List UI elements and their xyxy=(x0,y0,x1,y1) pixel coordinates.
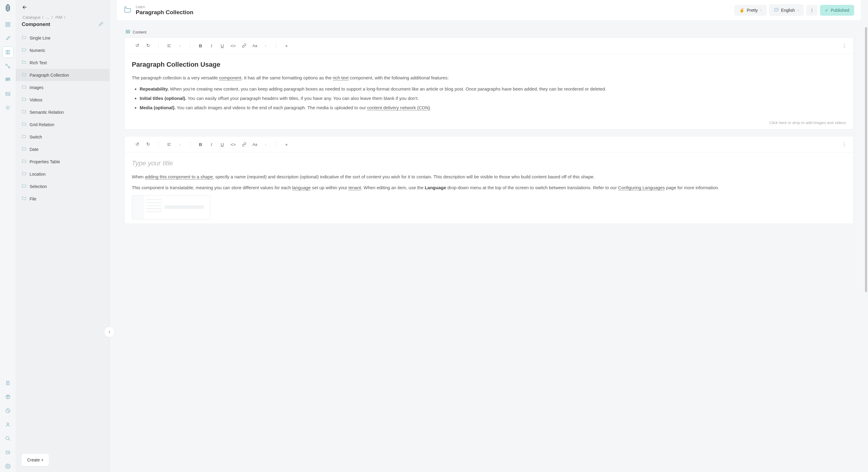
sidebar-item-label: Videos xyxy=(30,97,42,102)
sidebar-item[interactable]: Grid Relation xyxy=(16,118,110,131)
bold-icon[interactable]: B xyxy=(196,41,206,50)
rich-text-body[interactable]: Type your title When adding this compone… xyxy=(125,152,853,224)
align-icon[interactable] xyxy=(164,140,174,149)
sidebar-item[interactable]: Semantic Relation xyxy=(16,106,110,118)
folder-icon xyxy=(22,72,27,78)
language-dropdown[interactable]: English ↓ xyxy=(769,4,804,16)
align-icon[interactable] xyxy=(164,41,174,50)
underline-icon[interactable]: U xyxy=(217,140,227,149)
rich-text-body[interactable]: Paragraph Collection Usage The paragraph… xyxy=(125,54,853,119)
scrollbar-thumb[interactable] xyxy=(865,27,867,292)
attached-image-thumbnail[interactable] xyxy=(132,195,210,219)
svg-rect-8 xyxy=(9,78,10,79)
text-style-dropdown-icon[interactable]: ↓ xyxy=(261,41,271,50)
link-rich-text[interactable]: rich text xyxy=(333,75,349,81)
align-dropdown-icon[interactable]: ↓ xyxy=(175,41,185,50)
media-drop-zone[interactable]: Click here or drop to add images and vid… xyxy=(125,119,853,129)
svg-rect-7 xyxy=(7,78,9,79)
sidebar-item[interactable]: File xyxy=(16,193,110,205)
sidebar-item[interactable]: Numeric xyxy=(16,44,110,56)
svg-rect-1 xyxy=(8,22,10,24)
section-label: Content xyxy=(117,27,861,37)
edit-icon[interactable] xyxy=(99,22,103,27)
bold-icon[interactable]: B xyxy=(196,140,206,149)
sidebar-item[interactable]: Selection xyxy=(16,180,110,193)
scrollbar[interactable] xyxy=(865,27,867,469)
collapse-sidebar-icon[interactable] xyxy=(104,327,115,337)
rail-grid-icon[interactable] xyxy=(2,74,13,86)
icon-rail xyxy=(0,0,16,472)
breadcrumb[interactable]: Catalogue/ .../ PIM/ xyxy=(22,15,103,20)
published-status-button[interactable]: ✓ Published xyxy=(820,5,855,16)
italic-icon[interactable]: I xyxy=(207,41,216,50)
link-icon[interactable] xyxy=(239,41,249,50)
add-icon[interactable]: + xyxy=(282,140,291,149)
rail-search-icon[interactable] xyxy=(2,433,13,444)
sidebar-item[interactable]: Rich Text xyxy=(16,56,110,69)
svg-rect-0 xyxy=(6,22,7,24)
redo-icon[interactable]: ↻ xyxy=(143,140,153,149)
folder-icon xyxy=(22,196,27,202)
link-adding-component[interactable]: adding this component to a shape xyxy=(145,174,213,180)
folder-icon xyxy=(22,171,27,177)
sidebar-item-label: Properties Table xyxy=(30,159,60,164)
paragraph-title-placeholder[interactable]: Type your title xyxy=(132,158,846,169)
rail-language-icon[interactable] xyxy=(2,447,13,458)
rail-settings-icon[interactable] xyxy=(2,461,13,472)
link-tenant[interactable]: tenant xyxy=(348,185,361,190)
rail-pie-icon[interactable] xyxy=(2,405,13,416)
code-icon[interactable]: <> xyxy=(228,140,238,149)
underline-icon[interactable]: U xyxy=(217,41,227,50)
pretty-dropdown[interactable]: ✌️ Pretty ↓ xyxy=(734,5,767,16)
redo-icon[interactable]: ↻ xyxy=(143,41,153,50)
sidebar-item[interactable]: Paragraph Collection xyxy=(16,69,110,81)
chevron-down-icon: ↓ xyxy=(798,8,799,12)
link-icon[interactable] xyxy=(239,140,249,149)
text-style-dropdown-icon[interactable]: ↓ xyxy=(261,140,271,149)
undo-icon[interactable]: ↺ xyxy=(132,41,142,50)
paragraph-card: ↺ ↻ ↓ B I U <> Aa ↓ + ⋮ xyxy=(124,37,854,129)
undo-icon[interactable]: ↺ xyxy=(132,140,142,149)
sidebar-item-label: Location xyxy=(30,172,45,177)
link-language[interactable]: language xyxy=(292,185,311,190)
rail-box-icon[interactable] xyxy=(2,391,13,403)
header-eyebrow: Learn xyxy=(136,5,730,9)
italic-icon[interactable]: I xyxy=(207,140,216,149)
card-more-icon[interactable]: ⋮ xyxy=(840,41,848,50)
sidebar-item[interactable]: Videos xyxy=(16,93,110,106)
folder-icon xyxy=(22,159,27,165)
rail-dashboard-icon[interactable] xyxy=(2,19,13,30)
sidebar-item[interactable]: Single Line xyxy=(16,32,110,44)
folder-icon xyxy=(22,85,27,90)
add-icon[interactable]: + xyxy=(282,41,291,50)
sidebar-item[interactable]: Images xyxy=(16,81,110,93)
paragraph-card: ↺ ↻ ↓ B I U <> Aa ↓ + ⋮ xyxy=(124,136,854,224)
rail-catalogue-icon[interactable] xyxy=(2,47,13,58)
folder-icon xyxy=(22,122,27,127)
sidebar-item[interactable]: Properties Table xyxy=(16,155,110,168)
code-icon[interactable]: <> xyxy=(228,41,238,50)
create-button[interactable]: Create + xyxy=(22,454,49,466)
kebab-icon: ⋮ xyxy=(810,8,814,13)
folder-icon xyxy=(22,183,27,189)
rail-graph-icon[interactable] xyxy=(2,60,13,72)
link-cdn[interactable]: content delivery network (CDN) xyxy=(367,105,430,111)
text-style-icon[interactable]: Aa xyxy=(250,41,260,50)
card-more-icon[interactable]: ⋮ xyxy=(840,140,848,149)
paragraph-title[interactable]: Paragraph Collection Usage xyxy=(132,59,846,70)
rail-image-icon[interactable] xyxy=(2,88,13,99)
rail-gear-icon[interactable] xyxy=(2,102,13,114)
rail-clipboard-icon[interactable] xyxy=(2,377,13,389)
back-arrow-icon[interactable] xyxy=(22,4,28,11)
link-configuring-languages[interactable]: Configuring Languages xyxy=(618,185,665,190)
sidebar-item[interactable]: Date xyxy=(16,143,110,155)
peace-icon: ✌️ xyxy=(739,8,744,13)
more-menu-button[interactable]: ⋮ xyxy=(806,5,818,16)
text-style-icon[interactable]: Aa xyxy=(250,140,260,149)
rail-brush-icon[interactable] xyxy=(2,33,13,44)
rail-user-icon[interactable] xyxy=(2,419,13,430)
sidebar-item[interactable]: Switch xyxy=(16,131,110,143)
align-dropdown-icon[interactable]: ↓ xyxy=(175,140,185,149)
sidebar-item[interactable]: Location xyxy=(16,168,110,180)
link-component[interactable]: component xyxy=(219,75,241,81)
